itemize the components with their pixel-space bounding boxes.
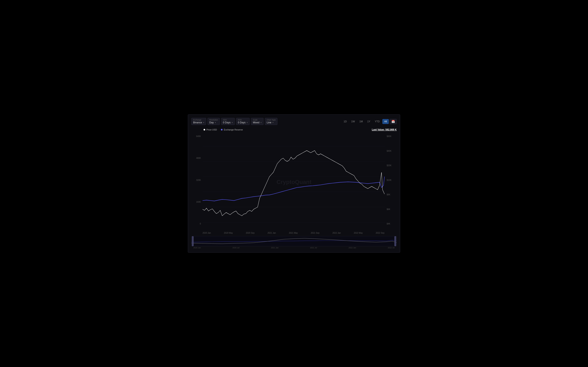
y-label-20k: $20K	[385, 164, 397, 167]
time-btn-ytd[interactable]: YTD	[373, 119, 381, 124]
toolbar: Exchange Binance ▼ Resolution Day ▼ SMA …	[191, 118, 397, 125]
exchange-label: Exchange	[193, 119, 204, 121]
x-label-2021may: 2021 May	[289, 232, 298, 234]
mini-x-2020jan: 2020 Jan	[193, 247, 201, 249]
scale-label: Scale	[253, 119, 262, 121]
legend-price: Price USD	[204, 128, 217, 131]
y-label-8k: $8K	[385, 193, 397, 196]
x-label-2020may: 2020 May	[224, 232, 233, 234]
y-label-320k: 320K	[191, 179, 203, 181]
y-label-160k: 160K	[191, 201, 203, 203]
time-btn-1y[interactable]: 1Y	[365, 119, 372, 124]
reserve-dot-icon	[221, 129, 223, 131]
sma-dropdown[interactable]: SMA 0 Days ▼	[221, 118, 235, 125]
y-label-480k: 480K	[191, 157, 203, 159]
last-value: Last Value: 582.869 K	[372, 128, 397, 131]
y-label-640k: 640K	[191, 135, 203, 137]
ema-value: 0 Days ▼	[238, 121, 248, 124]
scale-dropdown[interactable]: Scale Mixed ▼	[251, 118, 264, 125]
mini-chart	[191, 236, 397, 246]
x-label-2021jan: 2021 Jan	[268, 232, 276, 234]
time-btn-1m[interactable]: 1M	[357, 119, 365, 124]
price-line	[203, 150, 384, 216]
x-label-2022jan: 2022 Jan	[332, 232, 341, 234]
mini-x-axis: 2020 Jan 2020 Jul 2021 Jan 2021 Jul 2022…	[191, 246, 397, 249]
resolution-value: Day ▼	[209, 121, 218, 124]
mini-x-2021jul: 2021 Jul	[310, 247, 317, 249]
legend-price-label: Price USD	[207, 128, 217, 131]
sma-label: SMA	[223, 119, 233, 121]
y-label-4k: $4K	[385, 223, 397, 225]
mini-x-2020jul: 2020 Jul	[233, 247, 240, 249]
chart-type-label: Chart Type	[267, 119, 276, 121]
y-label-60k: $60K	[385, 135, 397, 137]
x-label-2022may: 2022 May	[354, 232, 363, 234]
mini-handle-left[interactable]	[192, 236, 194, 246]
calendar-button[interactable]: 📅	[389, 119, 397, 124]
scale-arrow-icon: ▼	[260, 122, 262, 124]
time-btn-all[interactable]: All	[382, 119, 389, 124]
chart-legend: Price USD Exchange Reserve Last Value: 5…	[191, 128, 397, 131]
y-label-40k: $40K	[385, 150, 397, 152]
ema-label: EMA	[238, 119, 248, 121]
resolution-dropdown[interactable]: Resolution Day ▼	[208, 118, 220, 125]
mini-chart-svg	[191, 236, 397, 246]
exchange-value: Binance ▼	[193, 121, 204, 124]
y-label-6k: $6K	[385, 208, 397, 210]
legend-reserve-label: Exchange Reserve	[224, 128, 243, 131]
sma-value: 0 Days ▼	[223, 121, 233, 124]
x-label-2022sep: 2022 Sep	[376, 232, 384, 234]
chart-canvas: CryptoQuant	[203, 133, 385, 231]
exchange-dropdown[interactable]: Exchange Binance ▼	[191, 118, 206, 125]
y-label-10k: $10K	[385, 179, 397, 181]
chart-container: Exchange Binance ▼ Resolution Day ▼ SMA …	[188, 114, 400, 253]
ema-arrow-icon: ▼	[246, 122, 248, 124]
toolbar-left: Exchange Binance ▼ Resolution Day ▼ SMA …	[191, 118, 341, 125]
mini-x-2021jan: 2021 Jan	[271, 247, 278, 249]
chart-svg	[203, 133, 385, 231]
mini-x-2022jul: 2022 Jul	[388, 247, 395, 249]
sma-arrow-icon: ▼	[231, 122, 233, 124]
resolution-label: Resolution	[209, 119, 218, 121]
resolution-arrow-icon: ▼	[215, 122, 216, 124]
y-label-0: 0	[191, 223, 203, 225]
price-dot-icon	[204, 129, 205, 131]
legend-reserve: Exchange Reserve	[221, 128, 243, 131]
toolbar-right: 1D 1W 1M 1Y YTD All 📅	[342, 119, 397, 124]
x-label-2020jan: 2020 Jan	[203, 232, 211, 234]
x-label-2021sep: 2021 Sep	[311, 232, 320, 234]
chart-area: 640K 480K 320K 160K 0 CryptoQuant	[191, 133, 397, 231]
ema-dropdown[interactable]: EMA 0 Days ▼	[236, 118, 250, 125]
x-axis: 2020 Jan 2020 May 2020 Sep 2021 Jan 2021…	[191, 231, 397, 235]
y-axis-left: 640K 480K 320K 160K 0	[191, 133, 203, 231]
mini-x-2022jan: 2022 Jan	[348, 247, 356, 249]
mini-reserve-line	[191, 240, 397, 242]
chart-type-arrow-icon: ▼	[272, 122, 274, 124]
time-btn-1w[interactable]: 1W	[349, 119, 357, 124]
scale-value: Mixed ▼	[253, 121, 262, 124]
time-btn-1d[interactable]: 1D	[342, 119, 348, 124]
chart-type-dropdown[interactable]: Chart Type Line ▼	[265, 118, 277, 125]
x-label-2020sep: 2020 Sep	[246, 232, 255, 234]
chart-type-value: Line ▼	[267, 121, 276, 124]
mini-handle-right[interactable]	[394, 236, 396, 246]
y-axis-right: $60K $40K $20K $10K $8K $6K $4K	[385, 133, 397, 231]
exchange-arrow-icon: ▼	[203, 122, 204, 124]
